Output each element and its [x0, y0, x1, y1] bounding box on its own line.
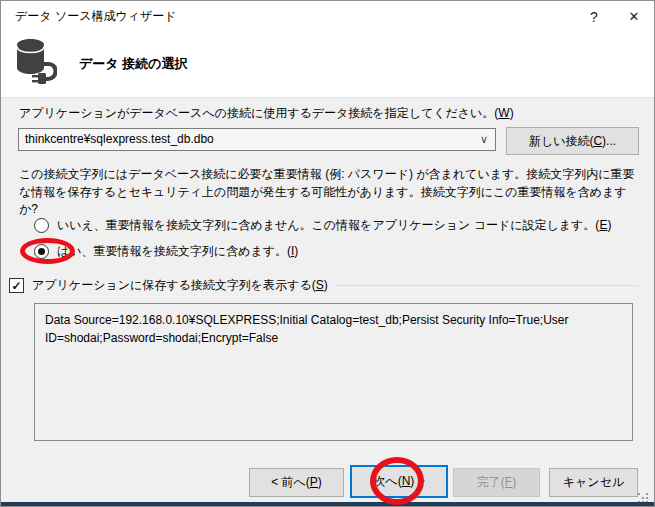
connection-string-textbox[interactable]: Data Source=192.168.0.10¥SQLEXPRESS;Init… [34, 303, 633, 441]
new-connection-button[interactable]: 新しい接続(C)... [506, 127, 639, 155]
help-icon[interactable]: ? [574, 1, 614, 31]
data-source-wizard-dialog: データ ソース構成ウィザード ? ✕ データ 接続の選択 アプリケーションがデー… [0, 0, 655, 507]
next-button[interactable]: 次へ(N) > [350, 465, 448, 498]
radio-exclude-sensitive-data[interactable]: いいえ、重要情報を接続文字列に含めません。この情報をアプリケーション コードに設… [34, 217, 611, 234]
wizard-header: データ 接続の選択 [1, 31, 654, 98]
radio-include-label: はい、重要情報を接続文字列に含めます。(I) [57, 243, 298, 260]
window-title: データ ソース構成ウィザード [15, 1, 177, 31]
chevron-down-icon[interactable]: ∨ [480, 129, 488, 149]
finish-button: 完了(F) [453, 468, 540, 497]
radio-exclude-label: いいえ、重要情報を接続文字列に含めません。この情報をアプリケーション コードに設… [57, 217, 611, 234]
data-connection-value: thinkcentre¥sqlexpress.test_db.dbo [25, 129, 214, 150]
radio-button-icon[interactable] [34, 218, 49, 233]
cancel-button[interactable]: キャンセル [549, 468, 638, 497]
close-icon[interactable]: ✕ [614, 1, 654, 31]
radio-button-selected-icon[interactable] [34, 244, 49, 259]
radio-include-sensitive-data[interactable]: はい、重要情報を接続文字列に含めます。(I) [34, 243, 298, 260]
group-divider [336, 285, 638, 286]
database-connection-icon [13, 37, 57, 90]
show-connection-string-checkbox-row[interactable]: ✓ アプリケーションに保存する接続文字列を表示する(S) [9, 277, 638, 294]
checkbox-checked-icon[interactable]: ✓ [9, 278, 24, 293]
bottom-window-edge [1, 502, 654, 506]
data-connection-combobox[interactable]: thinkcentre¥sqlexpress.test_db.dbo ∨ [18, 128, 496, 151]
security-warning-text: この接続文字列にはデータベース接続に必要な重要情報 (例: パスワード) が含ま… [19, 166, 642, 219]
titlebar: データ ソース構成ウィザード ? ✕ [1, 1, 654, 31]
previous-button[interactable]: < 前へ(P) [249, 468, 344, 497]
instruction-label: アプリケーションがデータベースへの接続に使用するデータ接続を指定してください。(… [19, 105, 514, 122]
show-connection-string-label: アプリケーションに保存する接続文字列を表示する(S) [32, 277, 328, 294]
page-title: データ 接続の選択 [79, 55, 188, 73]
